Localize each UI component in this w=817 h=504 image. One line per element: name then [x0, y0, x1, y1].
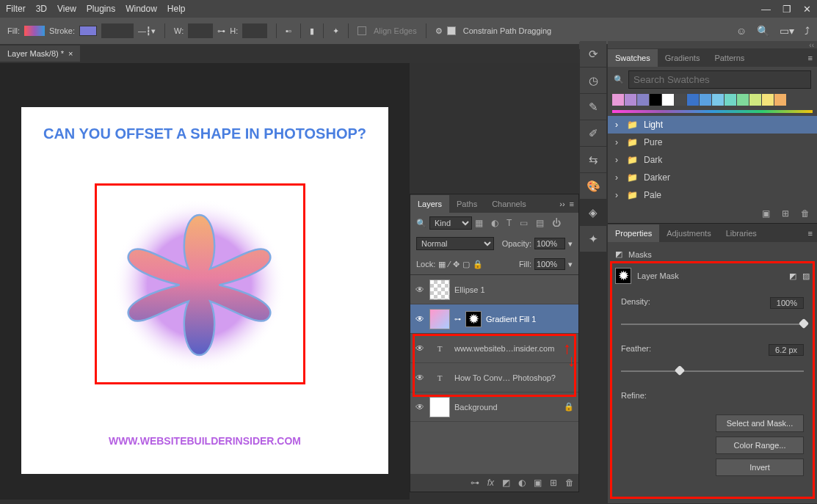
feather-slider[interactable] — [621, 370, 804, 372]
swatch[interactable] — [737, 94, 749, 106]
layer-thumb[interactable] — [429, 309, 450, 329]
swatch[interactable] — [762, 94, 774, 106]
filter-search-icon[interactable]: 🔍 — [416, 219, 426, 228]
swatch[interactable] — [774, 94, 786, 106]
visibility-icon[interactable]: 👁 — [415, 373, 425, 383]
width-input[interactable] — [188, 23, 213, 38]
filter-type-icon[interactable]: T — [506, 218, 512, 228]
tab-close-icon[interactable]: × — [68, 49, 73, 58]
share-icon[interactable]: ⤴ — [805, 25, 810, 37]
menu-plugins[interactable]: Plugins — [87, 4, 115, 14]
tab-swatches[interactable]: Swatches — [608, 49, 658, 67]
visibility-icon[interactable]: 👁 — [415, 343, 425, 354]
blend-mode-select[interactable]: Normal — [416, 237, 494, 250]
new-swatch-icon[interactable]: ⊞ — [782, 208, 789, 219]
filter-shape-icon[interactable]: ▭ — [520, 218, 528, 228]
panel-collapse-icon[interactable]: ›› — [559, 200, 564, 208]
layer-row[interactable]: 👁 T How To Conv… Photoshop? — [410, 363, 578, 392]
dock-brush-settings-icon[interactable]: ✐ — [580, 120, 606, 147]
mask-button-icon[interactable]: ◩ — [502, 478, 510, 488]
panel-handle[interactable]: ‹‹ — [608, 41, 817, 48]
constrain-checkbox[interactable] — [447, 26, 456, 35]
filter-kind-select[interactable]: Kind — [429, 216, 472, 230]
dock-channels-icon[interactable]: ✦ — [580, 226, 606, 252]
visibility-icon[interactable]: 👁 — [415, 314, 425, 324]
tab-gradients[interactable]: Gradients — [658, 49, 708, 67]
path-combine-icon[interactable]: ▪▫ — [286, 26, 291, 35]
align-edges-checkbox[interactable] — [357, 26, 366, 35]
swatch[interactable] — [637, 94, 649, 106]
folder-darker[interactable]: ›📁 Darker — [608, 169, 817, 186]
adjustment-layer-icon[interactable]: ◐ — [518, 478, 526, 488]
folder-dark[interactable]: ›📁 Dark — [608, 151, 817, 169]
filter-toggle[interactable]: ⏻ — [552, 218, 561, 228]
swatch[interactable] — [612, 94, 624, 106]
swatch[interactable] — [749, 94, 761, 106]
tab-properties[interactable]: Properties — [608, 224, 659, 242]
layer-row[interactable]: 👁 T www.websiteb…insider.com — [410, 334, 578, 363]
dock-history-icon[interactable]: ⟳ — [580, 41, 606, 67]
layer-row[interactable]: 👁 ⊶ ✹ Gradient Fill 1 — [410, 304, 578, 334]
layer-row[interactable]: 👁 Background 🔒 — [410, 392, 578, 422]
layer-mask-thumb[interactable]: ✹ — [615, 268, 631, 284]
new-group-icon[interactable]: ▣ — [762, 208, 770, 219]
dock-clock-icon[interactable]: ◷ — [580, 67, 606, 94]
link-layers-icon[interactable]: ⊶ — [471, 478, 479, 488]
swatch[interactable] — [700, 94, 711, 106]
vector-mask-icon[interactable]: ▨ — [802, 271, 810, 281]
new-layer-icon[interactable]: ⊞ — [550, 478, 557, 488]
dock-palette-icon[interactable]: 🎨 — [580, 173, 606, 200]
visibility-icon[interactable]: 👁 — [415, 285, 425, 295]
tab-patterns[interactable]: Patterns — [707, 49, 752, 67]
fx-icon[interactable]: fx — [487, 478, 494, 488]
dock-brush-icon[interactable]: ✎ — [580, 94, 606, 120]
layer-thumb[interactable] — [429, 280, 450, 300]
gear-icon[interactable]: ⚙ — [435, 26, 443, 36]
mask-thumb[interactable]: ✹ — [465, 311, 482, 327]
stroke-type-chevron-icon[interactable]: —┇▾ — [138, 26, 156, 36]
fill-opacity-input[interactable] — [534, 258, 565, 270]
tab-libraries[interactable]: Libraries — [719, 224, 764, 242]
fill-swatch[interactable] — [24, 26, 45, 36]
filter-pixel-icon[interactable]: ▦ — [475, 218, 483, 228]
swatch[interactable] — [662, 94, 674, 106]
canvas-area[interactable]: CAN YOU OFFSET A SHAPE IN PHOTOSHOP? WWW… — [0, 63, 410, 500]
cloud-user-icon[interactable]: ☺ — [736, 25, 747, 37]
panel-menu-icon[interactable]: ≡ — [808, 54, 813, 62]
path-align-icon[interactable]: ▮ — [310, 26, 314, 36]
visibility-icon[interactable]: 👁 — [415, 402, 425, 412]
path-arrange-icon[interactable]: ✦ — [333, 26, 339, 36]
menu-view[interactable]: View — [57, 4, 76, 14]
color-range-button[interactable]: Color Range... — [716, 437, 804, 454]
panel-menu-icon[interactable]: ≡ — [808, 229, 813, 238]
layer-row[interactable]: 👁 Ellipse 1 — [410, 275, 578, 304]
lock-brush-icon[interactable]: ∕ — [449, 260, 450, 269]
delete-icon[interactable]: 🗑 — [565, 478, 574, 488]
density-slider[interactable] — [621, 324, 804, 325]
search-icon[interactable]: 🔍 — [757, 25, 769, 37]
tab-adjustments[interactable]: Adjustments — [659, 224, 719, 242]
chevron-down-icon[interactable]: ▾ — [568, 260, 573, 269]
tab-channels[interactable]: Channels — [484, 195, 533, 213]
document-tab[interactable]: Layer Mask/8) * × — [0, 45, 80, 62]
window-minimize-icon[interactable]: — — [761, 4, 771, 15]
link-icon[interactable]: ⊶ — [454, 315, 461, 323]
swatch-search-input[interactable] — [628, 70, 811, 89]
pixel-mask-icon[interactable]: ◩ — [789, 271, 796, 281]
stroke-swatch[interactable] — [79, 26, 97, 36]
opacity-input[interactable] — [534, 238, 565, 249]
swatch[interactable] — [675, 94, 686, 106]
invert-button[interactable]: Invert — [716, 459, 804, 476]
filter-smart-icon[interactable]: ▤ — [536, 218, 544, 228]
lock-move-icon[interactable]: ✥ — [453, 260, 460, 269]
filter-adjust-icon[interactable]: ◐ — [491, 218, 498, 228]
density-value[interactable]: 100% — [770, 297, 804, 309]
feather-value[interactable]: 6.2 px — [769, 344, 804, 356]
menu-window[interactable]: Window — [126, 4, 157, 14]
menu-filter[interactable]: Filter — [6, 4, 26, 14]
window-close-icon[interactable]: ✕ — [803, 4, 811, 15]
menu-3d[interactable]: 3D — [36, 4, 47, 14]
layer-thumb[interactable] — [429, 397, 450, 417]
folder-light[interactable]: ›📁 Light — [608, 116, 817, 134]
panel-menu-icon[interactable]: ≡ — [570, 200, 574, 208]
